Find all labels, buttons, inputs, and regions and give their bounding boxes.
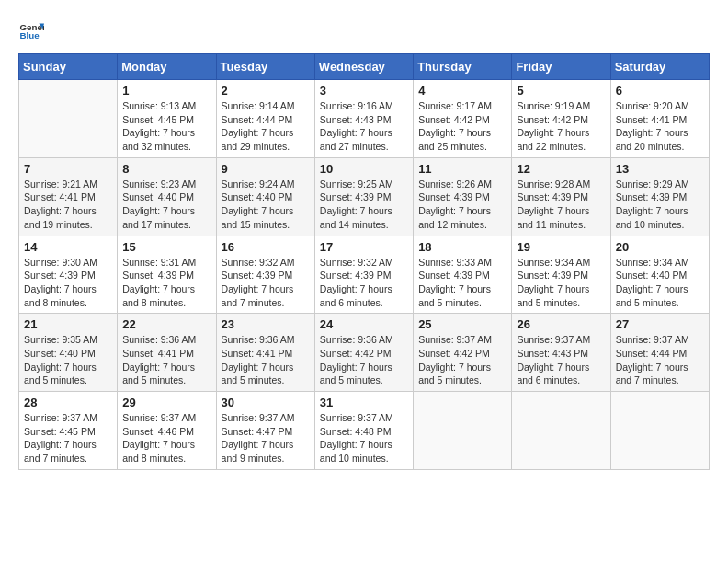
- cell-week1-day3: 3Sunrise: 9:16 AMSunset: 4:43 PMDaylight…: [314, 80, 413, 158]
- cell-week2-day6: 13Sunrise: 9:29 AMSunset: 4:39 PMDayligh…: [610, 157, 709, 236]
- header-sunday: Sunday: [19, 54, 118, 80]
- cell-week4-day5: 26Sunrise: 9:37 AMSunset: 4:43 PMDayligh…: [512, 314, 610, 392]
- day-info: Sunrise: 9:16 AMSunset: 4:43 PMDaylight:…: [320, 99, 408, 154]
- cell-week3-day2: 16Sunrise: 9:32 AMSunset: 4:39 PMDayligh…: [216, 236, 314, 314]
- cell-week1-day6: 6Sunrise: 9:20 AMSunset: 4:41 PMDaylight…: [610, 80, 709, 158]
- day-info: Sunrise: 9:19 AMSunset: 4:42 PMDaylight:…: [517, 99, 605, 154]
- cell-week4-day2: 23Sunrise: 9:36 AMSunset: 4:41 PMDayligh…: [216, 314, 314, 392]
- day-info: Sunrise: 9:14 AMSunset: 4:44 PMDaylight:…: [222, 99, 310, 154]
- cell-week4-day4: 25Sunrise: 9:37 AMSunset: 4:42 PMDayligh…: [414, 314, 512, 392]
- day-number: 10: [320, 162, 408, 176]
- day-info: Sunrise: 9:24 AMSunset: 4:40 PMDaylight:…: [222, 178, 310, 232]
- page-header: General Blue: [18, 18, 710, 44]
- day-number: 22: [122, 317, 210, 331]
- day-info: Sunrise: 9:36 AMSunset: 4:41 PMDaylight:…: [122, 333, 210, 387]
- day-number: 2: [222, 84, 310, 98]
- day-number: 3: [320, 84, 408, 98]
- day-info: Sunrise: 9:34 AMSunset: 4:40 PMDaylight:…: [616, 256, 704, 310]
- day-info: Sunrise: 9:21 AMSunset: 4:41 PMDaylight:…: [24, 178, 112, 232]
- day-info: Sunrise: 9:17 AMSunset: 4:42 PMDaylight:…: [418, 99, 506, 154]
- week-row-3: 14Sunrise: 9:30 AMSunset: 4:39 PMDayligh…: [19, 236, 710, 314]
- day-info: Sunrise: 9:32 AMSunset: 4:39 PMDaylight:…: [222, 256, 310, 310]
- week-row-2: 7Sunrise: 9:21 AMSunset: 4:41 PMDaylight…: [19, 157, 710, 236]
- cell-week1-day2: 2Sunrise: 9:14 AMSunset: 4:44 PMDaylight…: [216, 80, 314, 158]
- day-number: 28: [24, 396, 112, 409]
- day-number: 7: [24, 162, 112, 176]
- day-info: Sunrise: 9:37 AMSunset: 4:45 PMDaylight:…: [24, 411, 112, 465]
- cell-week2-day0: 7Sunrise: 9:21 AMSunset: 4:41 PMDaylight…: [19, 157, 118, 236]
- day-number: 19: [517, 240, 605, 254]
- cell-week1-day0: [19, 80, 118, 158]
- calendar-table: SundayMondayTuesdayWednesdayThursdayFrid…: [18, 53, 710, 470]
- day-number: 21: [24, 317, 112, 331]
- day-number: 5: [517, 84, 605, 98]
- day-info: Sunrise: 9:30 AMSunset: 4:39 PMDaylight:…: [24, 256, 112, 310]
- header-saturday: Saturday: [610, 54, 709, 80]
- day-number: 31: [320, 396, 408, 409]
- cell-week5-day2: 30Sunrise: 9:37 AMSunset: 4:47 PMDayligh…: [216, 392, 314, 470]
- day-info: Sunrise: 9:31 AMSunset: 4:39 PMDaylight:…: [122, 256, 210, 310]
- header-monday: Monday: [118, 54, 216, 80]
- day-number: 23: [222, 317, 310, 331]
- day-number: 20: [616, 240, 704, 254]
- header-friday: Friday: [512, 54, 610, 80]
- cell-week2-day3: 10Sunrise: 9:25 AMSunset: 4:39 PMDayligh…: [314, 157, 413, 236]
- cell-week5-day5: [512, 392, 610, 470]
- day-number: 18: [418, 240, 506, 254]
- cell-week3-day5: 19Sunrise: 9:34 AMSunset: 4:39 PMDayligh…: [512, 236, 610, 314]
- cell-week5-day0: 28Sunrise: 9:37 AMSunset: 4:45 PMDayligh…: [19, 392, 118, 470]
- day-number: 29: [122, 396, 210, 409]
- cell-week1-day5: 5Sunrise: 9:19 AMSunset: 4:42 PMDaylight…: [512, 80, 610, 158]
- day-number: 6: [616, 84, 704, 98]
- cell-week5-day3: 31Sunrise: 9:37 AMSunset: 4:48 PMDayligh…: [314, 392, 413, 470]
- day-info: Sunrise: 9:20 AMSunset: 4:41 PMDaylight:…: [616, 99, 704, 154]
- cell-week2-day5: 12Sunrise: 9:28 AMSunset: 4:39 PMDayligh…: [512, 157, 610, 236]
- cell-week2-day2: 9Sunrise: 9:24 AMSunset: 4:40 PMDaylight…: [216, 157, 314, 236]
- day-info: Sunrise: 9:37 AMSunset: 4:43 PMDaylight:…: [517, 333, 605, 387]
- cell-week3-day4: 18Sunrise: 9:33 AMSunset: 4:39 PMDayligh…: [414, 236, 512, 314]
- day-number: 11: [418, 162, 506, 176]
- cell-week2-day1: 8Sunrise: 9:23 AMSunset: 4:40 PMDaylight…: [118, 157, 216, 236]
- cell-week5-day4: [414, 392, 512, 470]
- day-info: Sunrise: 9:37 AMSunset: 4:42 PMDaylight:…: [418, 333, 506, 387]
- day-info: Sunrise: 9:28 AMSunset: 4:39 PMDaylight:…: [517, 178, 605, 232]
- week-row-1: 1Sunrise: 9:13 AMSunset: 4:45 PMDaylight…: [19, 80, 710, 158]
- day-info: Sunrise: 9:32 AMSunset: 4:39 PMDaylight:…: [320, 256, 408, 310]
- day-number: 16: [222, 240, 310, 254]
- weekday-header-row: SundayMondayTuesdayWednesdayThursdayFrid…: [19, 54, 710, 80]
- day-info: Sunrise: 9:29 AMSunset: 4:39 PMDaylight:…: [616, 178, 704, 232]
- cell-week5-day1: 29Sunrise: 9:37 AMSunset: 4:46 PMDayligh…: [118, 392, 216, 470]
- day-info: Sunrise: 9:36 AMSunset: 4:41 PMDaylight:…: [222, 333, 310, 387]
- header-thursday: Thursday: [414, 54, 512, 80]
- day-number: 9: [222, 162, 310, 176]
- day-info: Sunrise: 9:37 AMSunset: 4:48 PMDaylight:…: [320, 411, 408, 465]
- logo: General Blue: [18, 18, 48, 44]
- cell-week5-day6: [610, 392, 709, 470]
- day-info: Sunrise: 9:33 AMSunset: 4:39 PMDaylight:…: [418, 256, 506, 310]
- header-tuesday: Tuesday: [216, 54, 314, 80]
- svg-text:Blue: Blue: [19, 30, 40, 40]
- day-number: 1: [122, 84, 210, 98]
- day-info: Sunrise: 9:26 AMSunset: 4:39 PMDaylight:…: [418, 178, 506, 232]
- day-info: Sunrise: 9:34 AMSunset: 4:39 PMDaylight:…: [517, 256, 605, 310]
- day-number: 8: [122, 162, 210, 176]
- cell-week3-day3: 17Sunrise: 9:32 AMSunset: 4:39 PMDayligh…: [314, 236, 413, 314]
- day-number: 25: [418, 317, 506, 331]
- day-number: 12: [517, 162, 605, 176]
- day-number: 30: [222, 396, 310, 409]
- cell-week1-day4: 4Sunrise: 9:17 AMSunset: 4:42 PMDaylight…: [414, 80, 512, 158]
- day-number: 15: [122, 240, 210, 254]
- day-info: Sunrise: 9:23 AMSunset: 4:40 PMDaylight:…: [122, 178, 210, 232]
- day-info: Sunrise: 9:13 AMSunset: 4:45 PMDaylight:…: [122, 99, 210, 154]
- cell-week2-day4: 11Sunrise: 9:26 AMSunset: 4:39 PMDayligh…: [414, 157, 512, 236]
- day-info: Sunrise: 9:36 AMSunset: 4:42 PMDaylight:…: [320, 333, 408, 387]
- week-row-4: 21Sunrise: 9:35 AMSunset: 4:40 PMDayligh…: [19, 314, 710, 392]
- cell-week4-day6: 27Sunrise: 9:37 AMSunset: 4:44 PMDayligh…: [610, 314, 709, 392]
- day-number: 26: [517, 317, 605, 331]
- cell-week4-day1: 22Sunrise: 9:36 AMSunset: 4:41 PMDayligh…: [118, 314, 216, 392]
- day-info: Sunrise: 9:25 AMSunset: 4:39 PMDaylight:…: [320, 178, 408, 232]
- logo-icon: General Blue: [18, 18, 44, 44]
- cell-week1-day1: 1Sunrise: 9:13 AMSunset: 4:45 PMDaylight…: [118, 80, 216, 158]
- day-number: 24: [320, 317, 408, 331]
- day-number: 14: [24, 240, 112, 254]
